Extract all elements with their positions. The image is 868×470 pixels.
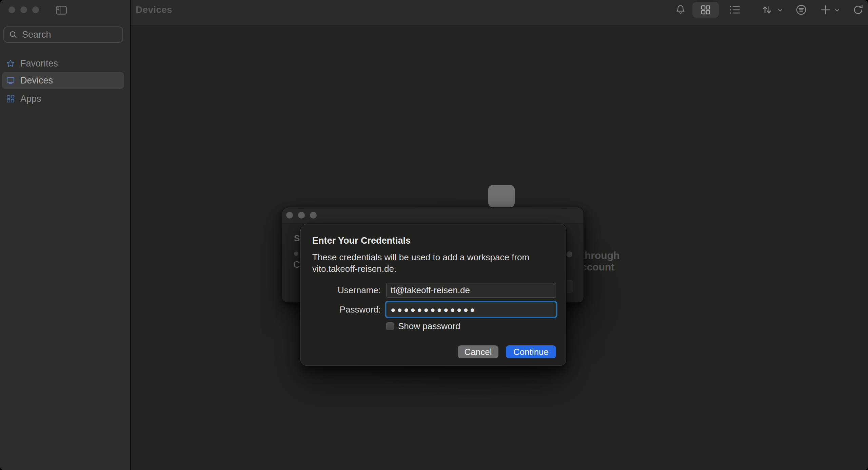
password-masked-value: ●●●●●●●●●●●●● [391, 305, 476, 314]
username-field[interactable]: tt@takeoff-reisen.de [386, 283, 556, 298]
minimize-window-button[interactable] [20, 6, 27, 13]
password-label: Password: [307, 302, 381, 317]
content-toolbar [131, 0, 868, 25]
refresh-button[interactable] [851, 3, 865, 17]
background-text-fragment: C [293, 260, 300, 270]
background-clipped-line: through [581, 250, 656, 261]
star-icon [6, 59, 15, 68]
background-clipped-text: through ccount [581, 250, 656, 273]
dialog-description-line: These credentials will be used to add a … [312, 251, 529, 263]
screen: Devices [0, 0, 868, 470]
background-bullet-fragment [294, 251, 298, 256]
grid-view-button[interactable] [692, 2, 719, 18]
chevron-down-icon [834, 7, 841, 14]
show-password-control[interactable]: Show password [386, 321, 460, 332]
list-view-button[interactable] [728, 3, 742, 17]
credentials-dialog: Enter Your Credentials These credentials… [300, 224, 566, 366]
sort-menu-chevron[interactable] [776, 5, 785, 15]
sidebar-item-label: Favorites [20, 58, 58, 69]
filter-icon [795, 4, 807, 16]
show-password-checkbox[interactable] [386, 322, 394, 330]
password-row: Password: ●●●●●●●●●●●●● [301, 302, 566, 317]
background-clipped-line: ccount [581, 261, 656, 273]
refresh-icon [852, 4, 864, 16]
background-window-titlebar [282, 208, 584, 223]
filter-button[interactable] [794, 3, 808, 17]
background-thumbnail-fragment [488, 185, 515, 207]
search-icon [9, 30, 18, 39]
show-password-label: Show password [398, 321, 460, 332]
zoom-window-button[interactable] [310, 212, 317, 219]
sidebar-toggle-button[interactable] [55, 5, 68, 16]
close-window-button[interactable] [286, 212, 293, 219]
chevron-down-icon [777, 7, 784, 14]
sort-arrows-icon [760, 3, 774, 17]
sidebar-item-label: Devices [20, 75, 53, 86]
sidebar-item-label: Apps [20, 94, 41, 104]
continue-button[interactable]: Continue [506, 345, 556, 358]
bell-icon [675, 4, 686, 16]
dialog-description-line: vito.takeoff-reisen.de. [312, 263, 529, 275]
username-row: Username: tt@takeoff-reisen.de [301, 283, 566, 298]
minimize-window-button[interactable] [298, 212, 305, 219]
apps-grid-icon [6, 94, 15, 103]
background-clipped-title-fragment: S [294, 233, 300, 244]
sidebar-divider [130, 0, 131, 470]
close-window-button[interactable] [8, 6, 15, 13]
sidebar-item-favorites[interactable]: Favorites [2, 56, 124, 71]
sidebar-toggle-icon [55, 5, 67, 15]
page-title: Devices [136, 4, 172, 15]
search-input[interactable] [22, 30, 142, 40]
username-value: tt@takeoff-reisen.de [391, 285, 470, 296]
grid-view-icon [700, 4, 711, 16]
zoom-window-button[interactable] [32, 6, 39, 13]
monitor-icon [6, 76, 15, 85]
plus-icon [819, 3, 832, 16]
password-field[interactable]: ●●●●●●●●●●●●● [386, 302, 556, 317]
sidebar-item-devices[interactable]: Devices [2, 72, 124, 89]
dialog-title: Enter Your Credentials [312, 236, 411, 246]
search-field[interactable] [3, 26, 123, 43]
username-label: Username: [307, 283, 381, 298]
notifications-button[interactable] [674, 3, 687, 17]
app-window: Devices [0, 0, 868, 470]
list-view-icon [729, 4, 741, 16]
add-button[interactable] [818, 3, 833, 17]
dialog-description: These credentials will be used to add a … [312, 251, 529, 275]
cancel-button[interactable]: Cancel [458, 345, 498, 358]
sidebar: Favorites Devices [0, 0, 130, 470]
sidebar-item-apps[interactable]: Apps [2, 91, 124, 107]
sort-button[interactable] [759, 3, 775, 17]
add-menu-chevron[interactable] [833, 5, 842, 15]
background-dot-fragment [566, 251, 572, 257]
